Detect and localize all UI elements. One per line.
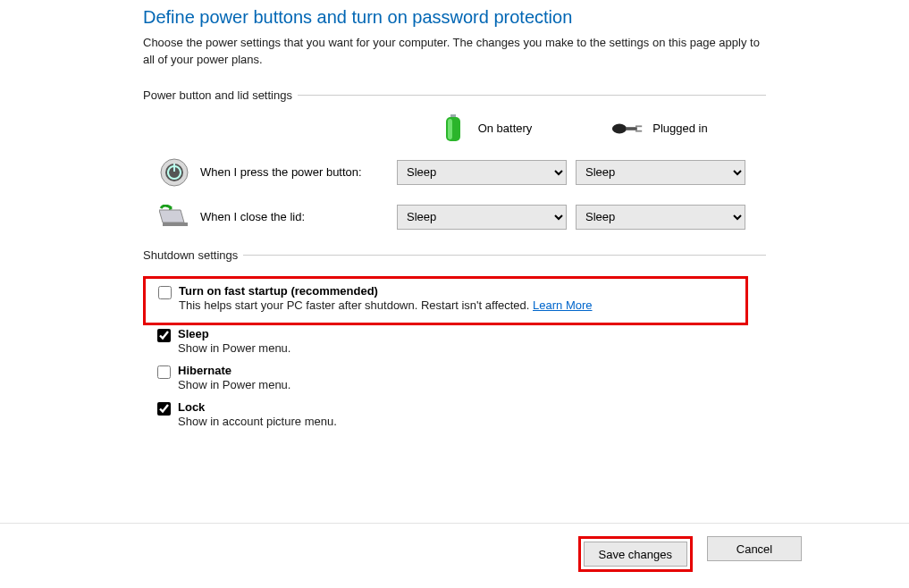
page-title: Define power buttons and turn on passwor… — [143, 7, 766, 28]
footer-rule — [0, 523, 909, 524]
group-power-button: Power button and lid settings On battery — [143, 88, 766, 232]
group-shutdown: Shutdown settings Turn on fast startup (… — [143, 248, 766, 432]
lock-title: Lock — [178, 400, 762, 414]
group-rule — [298, 95, 766, 96]
page-description: Choose the power settings that you want … — [143, 35, 766, 69]
group-rule — [243, 255, 766, 256]
svg-rect-0 — [450, 114, 456, 117]
svg-rect-6 — [635, 130, 642, 131]
hibernate-checkbox[interactable] — [157, 365, 171, 379]
svg-rect-10 — [163, 223, 188, 226]
footer: Save changes Cancel — [0, 523, 909, 572]
group-power-button-label: Power button and lid settings — [143, 88, 292, 102]
lock-checkbox[interactable] — [157, 402, 171, 416]
power-button-icon — [159, 157, 189, 188]
plug-icon — [611, 113, 644, 145]
svg-rect-2 — [448, 119, 452, 139]
save-button-highlight: Save changes — [578, 536, 693, 572]
laptop-lid-icon — [159, 202, 189, 232]
lock-desc: Show in account picture menu. — [178, 415, 762, 428]
sleep-checkbox[interactable] — [157, 329, 171, 342]
fast-startup-desc: This helps start your PC faster after sh… — [179, 298, 735, 312]
col-plugged-label: Plugged in — [652, 122, 707, 135]
sleep-desc: Show in Power menu. — [178, 341, 762, 355]
fast-startup-title: Turn on fast startup (recommended) — [179, 284, 735, 298]
svg-point-3 — [612, 123, 627, 133]
cancel-button[interactable]: Cancel — [707, 536, 802, 561]
hibernate-desc: Show in Power menu. — [178, 378, 762, 391]
col-battery-label: On battery — [478, 122, 533, 135]
row-close-lid-label: When I close the lid: — [200, 210, 305, 223]
fast-startup-highlight: Turn on fast startup (recommended) This … — [143, 276, 748, 325]
learn-more-link[interactable]: Learn More — [533, 298, 592, 312]
save-button[interactable]: Save changes — [584, 542, 687, 567]
svg-rect-5 — [635, 125, 642, 127]
group-shutdown-label: Shutdown settings — [143, 248, 238, 262]
power-button-battery-select[interactable]: Sleep — [397, 160, 567, 185]
close-lid-battery-select[interactable]: Sleep — [397, 205, 567, 230]
sleep-title: Sleep — [178, 327, 762, 340]
row-power-button-label: When I press the power button: — [200, 165, 362, 179]
battery-icon — [437, 113, 469, 145]
fast-startup-checkbox[interactable] — [158, 286, 172, 299]
hibernate-title: Hibernate — [178, 364, 762, 377]
svg-rect-4 — [626, 127, 637, 130]
close-lid-plugged-select[interactable]: Sleep — [576, 205, 745, 230]
power-button-plugged-select[interactable]: Sleep — [576, 160, 745, 185]
